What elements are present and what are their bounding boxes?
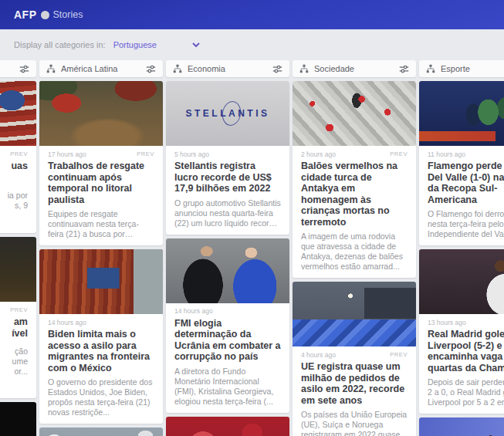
news-card[interactable]: 4 hours ago PREV UE registra quase um mi… — [293, 282, 416, 436]
card-title: am — [0, 316, 28, 328]
card-tag: PREV — [10, 150, 28, 157]
column-title: América Latina — [61, 64, 140, 73]
sliders-icon[interactable] — [272, 64, 282, 74]
news-card[interactable] — [166, 417, 289, 436]
card-timestamp: 11 hours ago — [428, 150, 465, 158]
card-description: Depois de sair perdendo por 2 a 0, o Rea… — [428, 377, 504, 407]
language-select[interactable]: Portuguese — [113, 40, 200, 49]
card-tag: PREV — [390, 351, 408, 358]
column-header: Economia — [166, 60, 289, 77]
afp-globe-icon — [41, 11, 49, 19]
card-description: O grupo automotivo Stellantis anunciou n… — [174, 198, 281, 228]
card-description: ia por — [0, 191, 28, 201]
card-timestamp: 13 hours ago — [428, 319, 466, 326]
news-card[interactable] — [39, 428, 163, 436]
column-title: Sociedade — [314, 64, 394, 73]
sliders-icon[interactable] — [146, 64, 156, 74]
column-title: Economia — [188, 64, 267, 73]
card-title: FMI elogia determinação da Ucrânia em co… — [174, 318, 281, 363]
news-card[interactable]: 14 hours ago FMI elogia determinação da … — [166, 238, 289, 413]
column-header: Esporte — [419, 60, 504, 77]
sitemap-icon — [46, 64, 56, 73]
news-card[interactable]: 17 hours ago PREV Trabalhos de resgate c… — [39, 81, 163, 245]
filter-label: Display all categories in: — [14, 40, 106, 49]
article-image — [0, 237, 36, 302]
card-description: Equipes de resgate continuavam nesta ter… — [48, 209, 154, 239]
column-economia: Economia STELLANTIS 5 hours ago Stellant… — [166, 60, 289, 436]
card-timestamp: 14 hours ago — [174, 307, 213, 315]
news-card[interactable] — [419, 417, 504, 436]
column-esporte: Esporte 11 hours ago Flamengo perde para… — [419, 60, 504, 436]
card-title: Flamengo perde para o Del Valle (1-0) na… — [428, 161, 504, 205]
column-partial-left: PREV uas ia por s, 9 PREV am ível ção um… — [0, 60, 36, 436]
article-image — [419, 249, 504, 314]
language-selected-value: Portuguese — [113, 40, 157, 49]
card-description: A diretora do Fundo Monetário Internacio… — [174, 367, 281, 407]
news-card[interactable]: 2 hours ago PREV Balões vermelhos na cid… — [293, 81, 416, 278]
card-title: Real Madrid goleia Liverpool (5-2) e enc… — [428, 329, 504, 373]
news-card[interactable] — [0, 402, 36, 436]
card-title: Biden limita mais o acesso a asilo para … — [48, 329, 154, 373]
card-description: O governo do presidente dos Estados Unid… — [48, 377, 154, 417]
category-board: PREV uas ia por s, 9 PREV am ível ção um… — [0, 60, 504, 436]
article-image — [39, 428, 163, 436]
card-title: Balões vermelhos na cidade turca de Anta… — [301, 161, 408, 228]
article-image — [0, 402, 36, 436]
sliders-icon[interactable] — [19, 64, 29, 74]
article-image — [0, 81, 36, 146]
card-description: ção — [0, 346, 28, 357]
card-tag: PREV — [390, 150, 408, 157]
card-title: UE registra quase um milhão de pedidos d… — [301, 361, 408, 406]
chevron-down-icon — [192, 42, 200, 48]
card-title: uas — [0, 161, 28, 172]
card-description: s, 9 — [0, 201, 28, 211]
sitemap-icon — [426, 64, 435, 73]
news-card[interactable]: PREV am ível ção ume or... — [0, 237, 36, 398]
card-title: Trabalhos de resgate continuam após temp… — [48, 161, 154, 205]
news-card[interactable]: 14 hours ago Biden limita mais o acesso … — [39, 249, 163, 424]
column-america-latina: América Latina 17 hours ago PREV Trabalh… — [39, 60, 163, 436]
article-image — [293, 282, 416, 346]
sitemap-icon — [173, 64, 182, 73]
column-header: Sociedade — [293, 60, 416, 77]
sliders-icon[interactable] — [399, 64, 409, 74]
card-timestamp: 2 hours ago — [301, 150, 336, 158]
filter-bar: Display all categories in: Portuguese — [0, 29, 504, 60]
article-image — [166, 238, 289, 303]
card-description: ume — [0, 357, 28, 367]
card-description: O Flamengo foi derrotado nesta terça-fei… — [428, 209, 504, 239]
card-description: or... — [0, 367, 28, 377]
app-header: AFP Stories — [0, 0, 504, 29]
article-image — [39, 81, 163, 146]
column-title: Esporte — [441, 64, 504, 73]
afp-stories-logo[interactable]: AFP Stories — [14, 8, 83, 21]
news-card[interactable]: 13 hours ago Real Madrid goleia Liverpoo… — [419, 249, 504, 414]
afp-wordmark: AFP — [14, 8, 37, 21]
card-timestamp: 5 hours ago — [174, 150, 209, 158]
column-sociedade: Sociedade 2 hours ago PREV Balões vermel… — [293, 60, 416, 436]
stellantis-oval-emblem — [220, 100, 242, 127]
news-card[interactable]: PREV uas ia por s, 9 — [0, 81, 36, 233]
article-image — [419, 81, 504, 146]
sitemap-icon — [299, 64, 309, 73]
card-title: ível — [0, 328, 28, 340]
card-timestamp: 14 hours ago — [48, 319, 86, 326]
article-image — [39, 249, 163, 314]
card-description: A imagem de uma rodovia que atravessa a … — [301, 232, 408, 272]
card-description: Os países da União Europeia (UE), Suíça … — [301, 410, 408, 436]
card-tag: PREV — [10, 306, 28, 313]
column-header: América Latina — [39, 60, 163, 77]
article-image: STELLANTIS — [166, 81, 289, 146]
card-title: Stellantis registra lucro recorde de US$… — [174, 161, 281, 194]
card-timestamp: 17 hours ago — [48, 150, 86, 158]
news-card[interactable]: STELLANTIS 5 hours ago Stellantis regist… — [166, 81, 289, 235]
card-tag: PREV — [137, 150, 154, 157]
news-card[interactable]: 11 hours ago Flamengo perde para o Del V… — [419, 81, 504, 245]
article-image — [419, 417, 504, 436]
stories-label: Stories — [53, 9, 83, 20]
card-timestamp: 4 hours ago — [301, 351, 336, 359]
column-header — [0, 60, 36, 77]
article-image — [166, 417, 289, 436]
article-image — [293, 81, 416, 146]
